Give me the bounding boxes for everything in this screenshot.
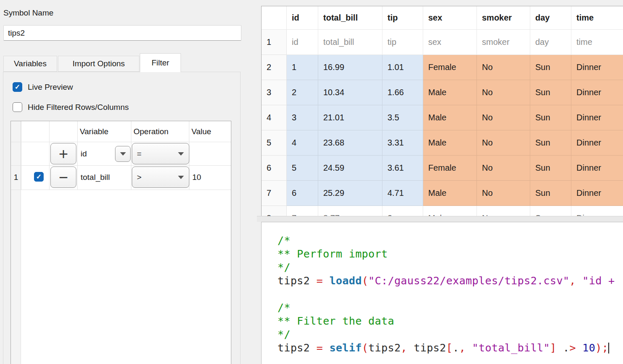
builder-variable-dropdown-button[interactable] [115, 146, 131, 162]
chevron-down-icon [178, 152, 184, 156]
code-token: . [556, 342, 569, 354]
preview-cell: total_bill [318, 30, 382, 55]
preview-cell: Female [423, 156, 477, 181]
remove-filter-button[interactable]: − [50, 166, 76, 188]
code-token: /* [277, 234, 291, 247]
code-token: tips2 [368, 342, 400, 354]
preview-cell: No [477, 156, 530, 181]
code-token: ** Perform import [277, 248, 388, 260]
hide-filtered-label: Hide Filtered Rows/Columns [28, 102, 129, 112]
code-line: */ [277, 261, 623, 274]
filter-header-value: Value [191, 121, 211, 142]
column-header-tip: tip [382, 6, 423, 30]
code-token: ] [550, 342, 556, 354]
filter-header-operation: Operation [134, 121, 168, 142]
filter-grid: Variable Operation Value + id = 1 ✓ − to… [10, 121, 231, 364]
preview-cell: Male [423, 130, 477, 156]
code-token: loadd [330, 275, 362, 287]
preview-cell: time [571, 30, 623, 55]
row-number: 8 [262, 206, 287, 216]
preview-cell: 25.29 [318, 181, 382, 206]
preview-cell: Sun [530, 80, 571, 105]
code-token: = [317, 275, 323, 287]
preview-cell: 16.99 [318, 55, 382, 80]
add-filter-button[interactable]: + [50, 143, 76, 164]
preview-cell: 23.68 [318, 130, 382, 156]
builder-operation-combobox[interactable]: = [132, 143, 189, 164]
code-token: ( [362, 342, 368, 354]
preview-cell: sex [423, 30, 477, 55]
preview-cell: 21.01 [318, 105, 382, 130]
code-line: */ [277, 328, 623, 341]
tab-import-options[interactable]: Import Options [58, 56, 139, 72]
text-cursor [608, 343, 609, 354]
row-number: 2 [262, 55, 287, 80]
preview-cell: No [477, 55, 530, 80]
preview-cell: Dinner [571, 156, 623, 181]
grid-line [131, 121, 131, 190]
row-number: 1 [262, 30, 287, 55]
column-header-total-bill: total_bill [318, 6, 382, 30]
column-header-day: day [530, 6, 571, 30]
preview-cell: 1 [287, 55, 318, 80]
filter-grid-row-header-column [11, 121, 21, 364]
code-token: ** Filter the data [277, 315, 394, 327]
column-header-id: id [287, 6, 318, 30]
row-number: 7 [262, 181, 287, 206]
preview-cell: id [287, 30, 318, 55]
preview-cell: Dinner [571, 181, 623, 206]
grid-line [77, 121, 78, 190]
filter-row-enabled-checkbox[interactable]: ✓ [34, 172, 44, 182]
builder-variable-value[interactable]: id [81, 143, 87, 164]
preview-cell: No [477, 105, 530, 130]
preview-cell: 4 [287, 130, 318, 156]
code-editor[interactable]: /*** Perform import*/tips2 = loadd("C:/g… [261, 222, 623, 364]
filter-header-variable: Variable [80, 121, 108, 142]
code-token: "id + [582, 275, 615, 287]
preview-cell: Male [423, 80, 477, 105]
code-token: */ [277, 261, 291, 273]
grid-line [11, 165, 231, 166]
tab-variables[interactable]: Variables [3, 56, 57, 72]
code-token: "C:/gauss22/examples/tips2.csv" [368, 275, 569, 287]
preview-cell: 3.61 [382, 156, 423, 181]
code-token: 10 [582, 342, 595, 354]
hide-filtered-checkbox[interactable]: ✓ [13, 102, 22, 112]
tab-import-options-label: Import Options [73, 59, 125, 68]
column-header-time: time [571, 6, 623, 30]
preview-cell: 3 [287, 105, 318, 130]
preview-cell: Sun [530, 55, 571, 80]
preview-cell: Dinner [571, 55, 623, 80]
code-token: /* [277, 302, 291, 314]
code-token: = [317, 342, 323, 354]
code-line: /* [277, 234, 623, 247]
preview-cell: Sun [530, 156, 571, 181]
preview-cell: 3.5 [382, 105, 423, 130]
code-token: , [401, 342, 407, 354]
preview-cell: smoker [477, 30, 530, 55]
preview-cell: 7 [287, 206, 318, 216]
preview-cell: 2 [287, 80, 318, 105]
code-token: , [569, 275, 576, 287]
filter-row-variable-value[interactable]: total_bill [81, 166, 110, 188]
code-token [576, 342, 582, 354]
panel-splitter[interactable] [257, 216, 623, 222]
preview-cell: day [530, 30, 571, 55]
tab-filter[interactable]: Filter [140, 53, 181, 72]
data-preview-table: id total_bill tip sex smoker day time 1i… [261, 6, 623, 216]
filter-row-operation-combobox[interactable]: > [132, 166, 189, 188]
live-preview-checkbox[interactable]: ✓ [13, 82, 22, 92]
column-header-sex: sex [423, 6, 477, 30]
code-token [466, 342, 472, 354]
chevron-down-icon [120, 152, 126, 156]
preview-cell: Sun [530, 105, 571, 130]
code-token: ) [595, 342, 602, 354]
filter-row-number: 1 [11, 165, 21, 190]
preview-cell: No [477, 206, 530, 216]
filter-row-value-cell[interactable]: 10 [192, 166, 201, 188]
code-token: [ [446, 342, 453, 354]
preview-cell: No [477, 80, 530, 105]
code-token: ( [362, 275, 368, 287]
symbol-name-input[interactable] [3, 25, 241, 41]
check-icon: ✓ [15, 84, 20, 91]
